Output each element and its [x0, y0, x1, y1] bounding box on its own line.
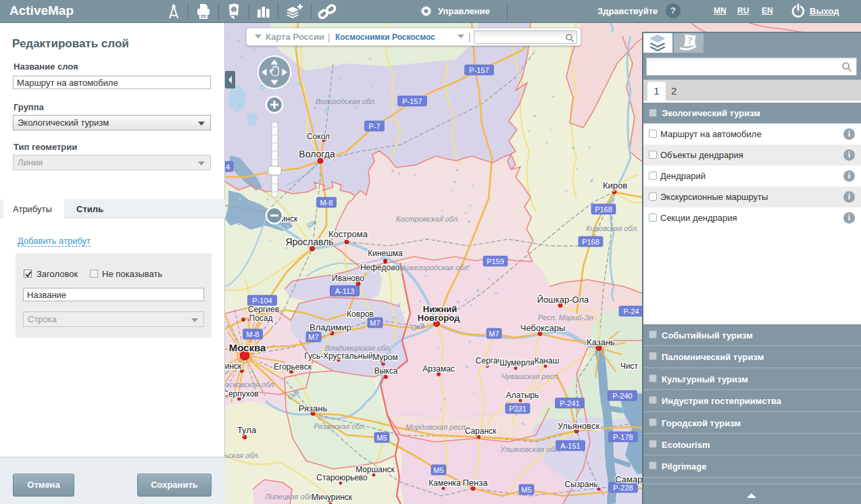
svg-text:Сызрань: Сызрань — [564, 480, 597, 489]
svg-text:Р-240: Р-240 — [612, 392, 632, 400]
svg-text:Р168: Р168 — [582, 238, 599, 246]
svg-text:Липецкая обл.: Липецкая обл. — [264, 493, 315, 501]
svg-text:14: 14 — [225, 163, 230, 171]
svg-text:Егорьевск: Егорьевск — [274, 362, 312, 372]
svg-text:Респ. Марий-Эл: Респ. Марий-Эл — [538, 313, 593, 322]
svg-text:Чебоксары: Чебоксары — [520, 323, 566, 333]
svg-text:Рязанская обл.: Рязанская обл. — [314, 422, 366, 430]
svg-text:Ярославль: Ярославль — [285, 236, 333, 247]
svg-text:М-8: М-8 — [320, 199, 333, 207]
svg-text:Староюрьево: Староюрьево — [316, 473, 368, 482]
svg-text:Кострома: Кострома — [328, 229, 368, 239]
svg-text:Владимир: Владимир — [310, 322, 351, 332]
svg-text:Серпухов: Серпухов — [225, 389, 259, 399]
svg-text:Сергиев: Сергиев — [248, 305, 279, 314]
svg-text:Мордовская респ.: Мордовская респ. — [405, 423, 468, 431]
svg-text:Выкса: Выкса — [374, 366, 398, 376]
svg-text:Сокол: Сокол — [307, 132, 330, 141]
svg-text:Казань: Казань — [587, 337, 615, 347]
svg-text:Мичуринск: Мичуринск — [312, 493, 353, 502]
svg-text:Кинешма: Кинешма — [368, 249, 403, 258]
svg-text:Тула: Тула — [237, 425, 257, 435]
svg-text:М7: М7 — [370, 319, 380, 327]
svg-text:М7: М7 — [489, 330, 499, 338]
svg-text:Пенза: Пенза — [463, 478, 489, 488]
svg-text:Кировская обл.: Кировская обл. — [586, 224, 638, 232]
svg-text:Посад: Посад — [249, 313, 273, 323]
svg-text:Ульяновск: Ульяновск — [558, 421, 599, 431]
svg-text:Р-228: Р-228 — [613, 484, 633, 492]
svg-text:Алатырь: Алатырь — [506, 390, 539, 400]
svg-text:М7: М7 — [308, 333, 318, 341]
svg-text:Р-157: Р-157 — [469, 66, 489, 74]
svg-text:Каменка: Каменка — [428, 478, 461, 488]
svg-text:Чист: Чист — [620, 361, 639, 371]
svg-text:Гусь-Хрустальный: Гусь-Хрустальный — [304, 351, 372, 361]
svg-text:М-8: М-8 — [247, 330, 260, 338]
svg-text:Владимирская обл.: Владимирская обл. — [325, 344, 392, 352]
svg-text:Чувашская респ.: Чувашская респ. — [501, 372, 560, 380]
svg-text:А-113: А-113 — [335, 287, 355, 295]
svg-text:Костромская обл.: Костромская обл. — [396, 215, 460, 223]
svg-text:Р-7: Р-7 — [368, 122, 380, 130]
svg-text:Киров: Киров — [603, 180, 627, 191]
svg-text:Вологодская обл.: Вологодская обл. — [316, 97, 376, 105]
svg-text:Р-178: Р-178 — [613, 433, 633, 441]
svg-text:Сергач: Сергач — [476, 356, 502, 366]
svg-text:Московская обл.: Московская обл. — [225, 380, 276, 388]
svg-text:М5: М5 — [376, 434, 387, 442]
svg-text:М5: М5 — [521, 486, 531, 494]
svg-text:М5: М5 — [433, 466, 443, 474]
svg-text:Канаш: Канаш — [535, 356, 560, 366]
svg-text:Р-241: Р-241 — [560, 399, 579, 407]
svg-text:Рязань: Рязань — [299, 403, 328, 413]
svg-text:Ульяновская обл.: Ульяновская обл. — [499, 445, 560, 453]
svg-text:Новгород: Новгород — [418, 313, 460, 323]
svg-text:Шумерля: Шумерля — [499, 358, 535, 368]
svg-text:Р159: Р159 — [487, 257, 504, 266]
svg-text:?: ? — [687, 35, 693, 46]
svg-text:Арзамас: Арзамас — [422, 364, 455, 374]
svg-text:Р-24: Р-24 — [623, 307, 639, 316]
svg-text:Ковров: Ковров — [347, 309, 374, 319]
svg-text:Йошкар-Ола: Йошкар-Ола — [537, 295, 589, 305]
svg-text:Р168: Р168 — [595, 205, 612, 213]
svg-text:инск: инск — [281, 214, 298, 224]
svg-text:Р-157: Р-157 — [402, 97, 422, 105]
svg-text:Р-104: Р-104 — [252, 297, 272, 305]
svg-text:льская обл.: льская обл. — [225, 451, 260, 459]
svg-text:А-151: А-151 — [560, 442, 580, 450]
svg-text:Москва: Москва — [229, 342, 266, 353]
svg-text:Вологда: Вологда — [299, 149, 335, 159]
svg-text:Нижегородская обл.: Нижегородская обл. — [399, 263, 470, 272]
svg-text:Иваново: Иваново — [332, 274, 364, 283]
svg-text:инск: инск — [225, 361, 242, 371]
svg-text:Саранск: Саранск — [465, 426, 497, 436]
svg-text:Муром: Муром — [372, 353, 398, 362]
svg-text:Нефедово: Нефедово — [360, 263, 400, 272]
